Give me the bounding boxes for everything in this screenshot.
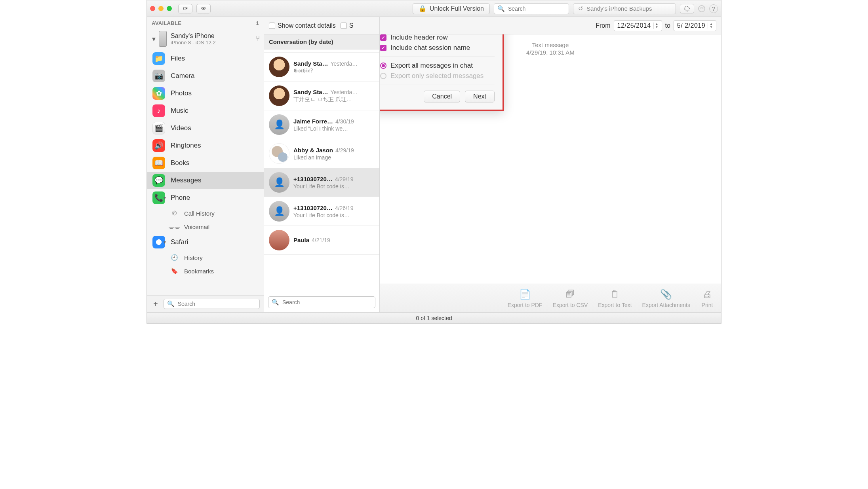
conversation-preview: Your Life Bot code is… (293, 183, 375, 190)
conversation-search-input[interactable] (282, 299, 372, 306)
conversation-name: Sandy Sta… (293, 89, 328, 95)
conversation-name: Sandy Sta… (293, 60, 328, 67)
disclosure-icon[interactable]: ▼ (163, 240, 167, 244)
from-date-value: 12/25/2014 (617, 22, 651, 29)
sidebar-item-label: Files (171, 55, 185, 63)
preview-button[interactable]: 👁 (196, 4, 211, 13)
videos-icon: 🎬 (152, 122, 165, 135)
minimize-window-icon[interactable] (158, 6, 164, 11)
checkbox-label: S (349, 22, 354, 29)
stepper-icon[interactable]: ▲▼ (708, 23, 714, 29)
checkbox-label: Show contact details (278, 22, 336, 29)
sidebar-item-label: Messages (171, 176, 201, 184)
conversation-preview: Liked an image (293, 154, 375, 161)
sidebar-item-music[interactable]: ♪Music (147, 102, 264, 119)
toolbar-search-input[interactable] (507, 5, 565, 12)
sidebar-item-books[interactable]: 📖Books (147, 154, 264, 172)
sidebar-item-camera[interactable]: 📷Camera (147, 67, 264, 85)
music-icon: ♪ (152, 104, 165, 117)
conversation-row[interactable]: 👤 Jaime Forre…4/30/19Liked "Lol I think … (264, 110, 379, 139)
sidebar-item-history[interactable]: 🕘History (147, 251, 264, 264)
truncated-checkbox[interactable]: S (341, 22, 354, 29)
export-attachments-button[interactable]: 📎Export Attachments (642, 288, 690, 308)
conversation-row[interactable]: Sandy Sta…Yesterda…丅廾모ㄴ ㄩち㠪 爪玒… (264, 82, 379, 110)
sidebar-footer: + 🔍 (147, 295, 264, 312)
checked-icon: ✓ (380, 45, 386, 51)
show-contact-details-checkbox[interactable]: Show contact details (269, 22, 336, 29)
sidebar-item-voicemail[interactable]: ⌯⌯Voicemail (147, 220, 264, 233)
export-text-button[interactable]: 🗒Export to Text (598, 288, 632, 308)
toolbar-search[interactable]: 🔍 (494, 3, 569, 14)
sidebar-item-files[interactable]: 📁Files (147, 50, 264, 67)
conversation-row[interactable]: Abby & Jason4/29/19Liked an image (264, 139, 379, 168)
search-icon: 🔍 (272, 299, 279, 306)
unlock-full-version-button[interactable]: 🔒 Unlock Full Version (413, 3, 490, 14)
print-icon: 🖨 (700, 288, 714, 300)
action-label: Print (702, 302, 713, 308)
sidebar-header-label: AVAILABLE (152, 20, 181, 26)
bookmark-icon: 🔖 (170, 267, 179, 275)
conversation-name: +131030720… (293, 205, 333, 211)
activity-button[interactable] (680, 4, 694, 13)
add-button[interactable]: + (151, 299, 160, 309)
include-header-row-checkbox[interactable]: ✓Include header row (380, 34, 495, 42)
conversation-search[interactable]: 🔍 (268, 296, 375, 308)
refresh-button[interactable]: ⟳ (178, 4, 192, 13)
print-button[interactable]: 🖨Print (700, 288, 714, 308)
backups-button[interactable]: ↺ Sandy's iPhone Backups (573, 3, 676, 14)
sidebar-item-safari[interactable]: ▼Safari (147, 233, 264, 251)
sidebar-device[interactable]: ▼ Sandy's iPhone iPhone 8 - iOS 12.2 ⑂ (147, 28, 264, 50)
sidebar-item-bookmarks[interactable]: 🔖Bookmarks (147, 264, 264, 278)
to-date-input[interactable]: 5/ 2/2019▲▼ (674, 20, 716, 31)
sidebar-item-ringtones[interactable]: 🔊Ringtones (147, 137, 264, 154)
sidebar-item-photos[interactable]: ✿Photos (147, 85, 264, 102)
conversation-preview: 𝕲𝖔𝖙𝖍𝖎𝖈? (293, 68, 375, 74)
eye-icon: 👁 (201, 5, 207, 12)
sidebar-item-call-history[interactable]: ✆Call History (147, 207, 264, 220)
close-window-icon[interactable] (150, 6, 155, 11)
titlebar: ⟳ 👁 🔒 Unlock Full Version 🔍 ↺ Sandy's iP… (147, 0, 721, 17)
selection-status: 0 of 1 selected (416, 315, 452, 321)
sidebar-item-label: Bookmarks (184, 268, 214, 275)
search-icon: 🔍 (167, 300, 175, 307)
pdf-icon: 📄 (518, 288, 532, 300)
conversation-name: Paula (293, 237, 309, 243)
stepper-icon[interactable]: ▲▼ (653, 23, 660, 29)
export-csv-button[interactable]: 🗊Export to CSV (553, 288, 588, 308)
sidebar-item-messages[interactable]: 💬Messages (147, 172, 264, 189)
message-type: Text message (532, 42, 569, 48)
csv-icon: 🗊 (563, 288, 577, 300)
export-pdf-button[interactable]: 📄Export to PDF (508, 288, 542, 308)
conversation-row[interactable]: Paula4/21/19 (264, 226, 379, 255)
sidebar-item-videos[interactable]: 🎬Videos (147, 119, 264, 137)
conversation-row[interactable]: 👤 +131030720…4/29/19Your Life Bot code i… (264, 168, 379, 197)
text-icon: 🗒 (608, 288, 622, 300)
conversation-name: Abby & Jason (293, 147, 333, 154)
books-icon: 📖 (152, 157, 165, 169)
ringtones-icon: 🔊 (152, 139, 165, 152)
conversation-row[interactable]: 👤 +131030720…4/26/19Your Life Bot code i… (264, 197, 379, 226)
radio-label: Export only selected messages (390, 72, 483, 80)
to-date-value: 5/ 2/2019 (677, 22, 705, 29)
cancel-button[interactable]: Cancel (424, 91, 460, 102)
next-button[interactable]: Next (465, 91, 495, 102)
detail-pane: From 12/25/2014▲▼ to 5/ 2/2019▲▼ Text me… (380, 17, 721, 312)
export-all-radio[interactable]: Export all messages in chat (380, 62, 495, 70)
conversation-column: Show contact details S Conversation (by … (264, 17, 380, 312)
help-button[interactable]: ? (709, 4, 718, 13)
unlock-label: Unlock Full Version (430, 5, 484, 12)
sidebar-search[interactable]: 🔍 (164, 299, 260, 309)
sidebar-device-count: 1 (256, 20, 259, 26)
sidebar-item-phone[interactable]: ▼📞Phone (147, 189, 264, 207)
include-chat-session-checkbox[interactable]: ✓Include chat session name (380, 44, 495, 52)
disclosure-icon[interactable]: ▼ (151, 36, 155, 42)
sidebar-search-input[interactable] (177, 300, 256, 307)
from-date-input[interactable]: 12/25/2014▲▼ (614, 20, 662, 31)
conversation-row[interactable]: Sandy Sta…Yesterda…𝕲𝖔𝖙𝖍𝖎𝖈? (264, 53, 379, 82)
folder-icon: 📁 (152, 52, 165, 65)
avatar: 👤 (269, 172, 289, 193)
disclosure-icon[interactable]: ▼ (163, 196, 167, 200)
fullscreen-window-icon[interactable] (167, 6, 172, 11)
wifi-icon[interactable]: ⌔ (698, 5, 705, 12)
conversation-list[interactable]: Sandy Sta…Yesterda…𝕲𝖔𝖙𝖍𝖎𝖈? Sandy Sta…Yes… (264, 49, 379, 292)
